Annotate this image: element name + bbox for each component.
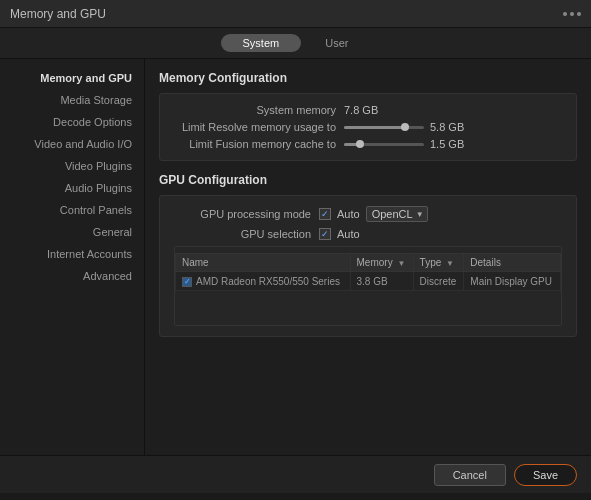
gpu-row-memory: 3.8 GB [350, 272, 413, 291]
dot3 [577, 12, 581, 16]
sidebar-item-decode-options[interactable]: Decode Options [0, 111, 144, 133]
gpu-config-section: GPU processing mode ✓ Auto OpenCL ▼ GPU … [159, 195, 577, 337]
limit-fusion-slider-container[interactable] [344, 143, 424, 146]
system-memory-row: System memory 7.8 GB [174, 104, 562, 116]
col-arrow-memory: ▼ [397, 259, 405, 268]
sidebar-item-general[interactable]: General [0, 221, 144, 243]
memory-config-section: System memory 7.8 GB Limit Resolve memor… [159, 93, 577, 161]
window-title: Memory and GPU [10, 7, 106, 21]
save-button[interactable]: Save [514, 464, 577, 486]
title-bar: Memory and GPU [0, 0, 591, 28]
limit-resolve-track[interactable] [344, 126, 424, 129]
gpu-config-title: GPU Configuration [159, 173, 577, 187]
gpu-selection-auto: Auto [337, 228, 360, 240]
limit-resolve-row: Limit Resolve memory usage to 5.8 GB [174, 121, 562, 133]
gpu-processing-mode-checkbox[interactable]: ✓ [319, 208, 331, 220]
tab-user[interactable]: User [303, 34, 370, 52]
gpu-processing-mode-row: GPU processing mode ✓ Auto OpenCL ▼ [174, 206, 562, 222]
gpu-table-container: Name Memory ▼ Type ▼ Details [174, 246, 562, 326]
dot2 [570, 12, 574, 16]
system-memory-value: 7.8 GB [344, 104, 404, 116]
limit-resolve-value: 5.8 GB [430, 121, 490, 133]
limit-resolve-label: Limit Resolve memory usage to [174, 121, 344, 133]
cancel-button[interactable]: Cancel [434, 464, 506, 486]
gpu-row-checkbox[interactable]: ✓ [182, 277, 192, 287]
sidebar-item-audio-plugins[interactable]: Audio Plugins [0, 177, 144, 199]
limit-fusion-track[interactable] [344, 143, 424, 146]
limit-fusion-row: Limit Fusion memory cache to 1.5 GB [174, 138, 562, 150]
gpu-row-name: ✓ AMD Radeon RX550/550 Series [176, 272, 351, 291]
limit-fusion-label: Limit Fusion memory cache to [174, 138, 344, 150]
limit-resolve-fill [344, 126, 403, 129]
col-header-details: Details [464, 254, 561, 272]
sidebar-item-media-storage[interactable]: Media Storage [0, 89, 144, 111]
gpu-selection-row: GPU selection ✓ Auto [174, 228, 562, 240]
table-row[interactable]: ✓ AMD Radeon RX550/550 Series 3.8 GB Dis… [176, 272, 561, 291]
memory-config-title: Memory Configuration [159, 71, 577, 85]
sidebar-item-video-audio-io[interactable]: Video and Audio I/O [0, 133, 144, 155]
limit-resolve-thumb[interactable] [401, 123, 409, 131]
tab-bar: System User [0, 28, 591, 59]
col-arrow-type: ▼ [446, 259, 454, 268]
tab-system[interactable]: System [221, 34, 302, 52]
dropdown-arrow-icon: ▼ [416, 210, 424, 219]
gpu-processing-mode-value: ✓ Auto OpenCL ▼ [319, 206, 428, 222]
limit-fusion-value: 1.5 GB [430, 138, 490, 150]
gpu-row-details: Main Display GPU [464, 272, 561, 291]
gpu-processing-mode-label: GPU processing mode [174, 208, 319, 220]
col-header-type: Type ▼ [413, 254, 464, 272]
bottom-bar: Cancel Save [0, 455, 591, 493]
sidebar-item-video-plugins[interactable]: Video Plugins [0, 155, 144, 177]
gpu-selection-checkbox[interactable]: ✓ [319, 228, 331, 240]
gpu-table: Name Memory ▼ Type ▼ Details [175, 253, 561, 291]
gpu-table-header-row: Name Memory ▼ Type ▼ Details [176, 254, 561, 272]
gpu-selection-value: ✓ Auto [319, 228, 360, 240]
sidebar-item-control-panels[interactable]: Control Panels [0, 199, 144, 221]
sidebar-item-memory-gpu[interactable]: Memory and GPU [0, 67, 144, 89]
system-memory-label: System memory [174, 104, 344, 116]
limit-fusion-thumb[interactable] [356, 140, 364, 148]
more-options-button[interactable] [563, 12, 581, 16]
sidebar: Memory and GPU Media Storage Decode Opti… [0, 59, 145, 455]
sidebar-item-internet-accounts[interactable]: Internet Accounts [0, 243, 144, 265]
gpu-selection-label: GPU selection [174, 228, 319, 240]
gpu-row-type: Discrete [413, 272, 464, 291]
content-area: Memory Configuration System memory 7.8 G… [145, 59, 591, 455]
sidebar-item-advanced[interactable]: Advanced [0, 265, 144, 287]
col-header-memory: Memory ▼ [350, 254, 413, 272]
gpu-processing-mode-dropdown[interactable]: OpenCL ▼ [366, 206, 428, 222]
limit-resolve-slider-container[interactable] [344, 126, 424, 129]
gpu-processing-mode-auto: Auto [337, 208, 360, 220]
main-layout: Memory and GPU Media Storage Decode Opti… [0, 59, 591, 455]
col-header-name: Name [176, 254, 351, 272]
dot1 [563, 12, 567, 16]
